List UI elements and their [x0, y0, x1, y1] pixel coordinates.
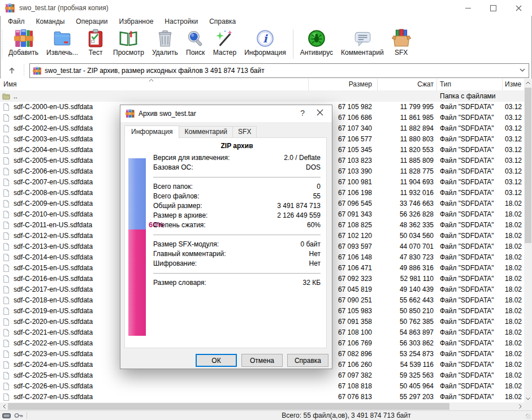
tab-sfx[interactable]: SFX — [232, 126, 257, 138]
delete-button[interactable]: Удалить — [148, 27, 182, 57]
archive-info-dialog: Архив swo_test.tar ? Информация Коммента… — [120, 105, 332, 369]
file-modified: 18.02 — [505, 338, 524, 349]
scroll-down-icon[interactable] — [524, 395, 532, 402]
horizontal-scrollbar[interactable] — [0, 402, 524, 410]
column-divider[interactable] — [377, 79, 378, 90]
cancel-button[interactable]: Отмена — [241, 354, 283, 367]
table-row[interactable]: sdf-C-2027-en-US.sdfdata 67 076 813 55 2… — [0, 392, 524, 402]
minimize-button[interactable] — [455, 1, 481, 16]
column-header-type[interactable]: Тип — [440, 79, 451, 90]
chevron-down-icon[interactable] — [520, 68, 525, 72]
file-name-cell: sdf-C-2007-en-US.sdfdata — [2, 177, 93, 188]
info-row: Главный комментарий:Нет — [153, 249, 321, 259]
file-type: Файл "SDFDATA" — [440, 155, 503, 166]
scroll-left-icon[interactable] — [0, 402, 8, 410]
vertical-scrollbar[interactable] — [524, 79, 532, 402]
file-packed-size: 11 820 553 — [371, 145, 434, 155]
file-packed-size: 50 762 385 — [371, 317, 434, 327]
file-name: sdf-C-2011-en-US.sdfdata — [14, 220, 92, 231]
info-row: Базовая ОС:DOS — [153, 163, 321, 172]
file-packed-size: 59 325 563 — [371, 370, 434, 381]
file-name-cell: sdf-C-2009-en-US.sdfdata — [2, 198, 93, 209]
info-value: DOS — [306, 163, 321, 172]
file-icon — [2, 167, 10, 176]
column-divider[interactable] — [436, 79, 437, 90]
test-button[interactable]: Тест — [82, 27, 109, 57]
add-button[interactable]: Добавить — [5, 27, 42, 57]
file-type: Файл "SDFDATA" — [440, 220, 503, 231]
file-type: Файл "SDFDATA" — [440, 166, 503, 177]
file-name: sdf-C-2008-en-US.sdfdata — [14, 188, 93, 198]
help-button[interactable]: Справка — [287, 354, 328, 367]
file-modified: 18.02 — [505, 306, 524, 317]
search-button[interactable]: Поиск — [182, 27, 209, 57]
column-divider[interactable] — [308, 79, 309, 90]
file-modified: 03.12 — [505, 166, 524, 177]
wizard-button[interactable]: Мастер — [209, 27, 241, 57]
column-header-size[interactable]: Размер — [308, 79, 372, 90]
comment-button[interactable]: Комментарий — [337, 27, 388, 57]
column-divider[interactable] — [502, 79, 503, 90]
information-button[interactable]: i Информация — [240, 27, 289, 57]
menu-settings[interactable]: Настройки — [159, 16, 204, 27]
file-packed-size: 50 405 964 — [371, 381, 434, 392]
archive-path-combobox[interactable]: swo_test.tar - ZIP архив, размер исходны… — [29, 63, 529, 78]
antivirus-button[interactable]: Антивирус — [296, 27, 337, 57]
file-packed-size: 50 034 560 — [371, 231, 434, 241]
file-packed-size: 55 662 443 — [371, 295, 434, 306]
scroll-right-icon[interactable] — [516, 402, 524, 410]
horizontal-scroll-thumb[interactable] — [8, 403, 449, 410]
close-button[interactable] — [506, 1, 531, 16]
disk-icon — [0, 411, 12, 420]
info-separator — [153, 273, 321, 274]
key-icon — [12, 411, 25, 420]
minimize-icon — [465, 8, 471, 8]
file-type: Файл "SDFDATA" — [440, 370, 503, 381]
info-label: Главный комментарий: — [153, 249, 226, 259]
winrar-icon — [5, 3, 15, 13]
file-packed-size: 49 886 316 — [371, 263, 434, 274]
extract-button[interactable]: Извлечь... — [42, 27, 82, 57]
toolbar: Добавить Извлечь... Тест — [0, 27, 532, 62]
column-header-modified[interactable]: Изме — [505, 79, 521, 90]
menu-favorites[interactable]: Избранное — [114, 16, 159, 27]
file-name-cell: sdf-C-2021-en-US.sdfdata — [2, 327, 93, 338]
column-header-packed[interactable]: Сжат — [371, 79, 434, 90]
file-type: Файл "SDFDATA" — [440, 188, 503, 198]
resize-grip[interactable] — [526, 414, 531, 419]
file-type: Файл "SDFDATA" — [440, 252, 503, 263]
file-modified: 18.02 — [505, 284, 524, 295]
up-button[interactable] — [5, 64, 19, 77]
file-packed-size: 48 362 335 — [371, 220, 434, 231]
table-row[interactable]: sdf-C-2026-en-US.sdfdata 67 108 818 50 4… — [0, 381, 524, 392]
file-type: Файл "SDFDATA" — [440, 241, 503, 252]
file-icon — [2, 361, 10, 369]
table-row[interactable]: sdf-C-2025-en-US.sdfdata 67 097 382 59 3… — [0, 370, 524, 381]
maximize-icon — [490, 5, 496, 11]
vertical-scroll-thumb[interactable] — [525, 88, 531, 243]
dialog-close-button[interactable] — [317, 109, 323, 116]
table-row[interactable]: .. Папка с файлами — [0, 91, 524, 102]
scroll-up-icon[interactable] — [524, 79, 532, 86]
menu-operations[interactable]: Операции — [70, 16, 113, 27]
file-modified: 18.02 — [505, 295, 524, 306]
view-button[interactable]: Просмотр — [109, 27, 148, 57]
menu-file[interactable]: Файл — [2, 16, 31, 27]
tab-comment[interactable]: Комментарий — [179, 126, 233, 138]
file-type: Файл "SDFDATA" — [440, 177, 503, 188]
file-name-cell: sdf-C-2016-en-US.sdfdata — [2, 274, 93, 284]
info-label: Размер SFX-модуля: — [153, 240, 219, 249]
info-value: 3 491 874 713 — [277, 201, 321, 211]
maximize-button[interactable] — [481, 1, 506, 16]
column-header-name[interactable]: Имя — [3, 79, 16, 90]
file-icon — [2, 157, 10, 165]
menu-commands[interactable]: Команды — [31, 16, 71, 27]
file-type: Файл "SDFDATA" — [440, 231, 503, 241]
tab-information[interactable]: Информация — [124, 125, 179, 138]
sfx-button[interactable]: SFX — [388, 27, 415, 57]
menu-help[interactable]: Справка — [204, 16, 241, 27]
dialog-help-button[interactable]: ? — [300, 109, 305, 118]
ok-button[interactable]: ОК — [196, 354, 237, 367]
info-value: 2.0 / Deflate — [284, 153, 321, 163]
file-icon — [2, 339, 10, 348]
